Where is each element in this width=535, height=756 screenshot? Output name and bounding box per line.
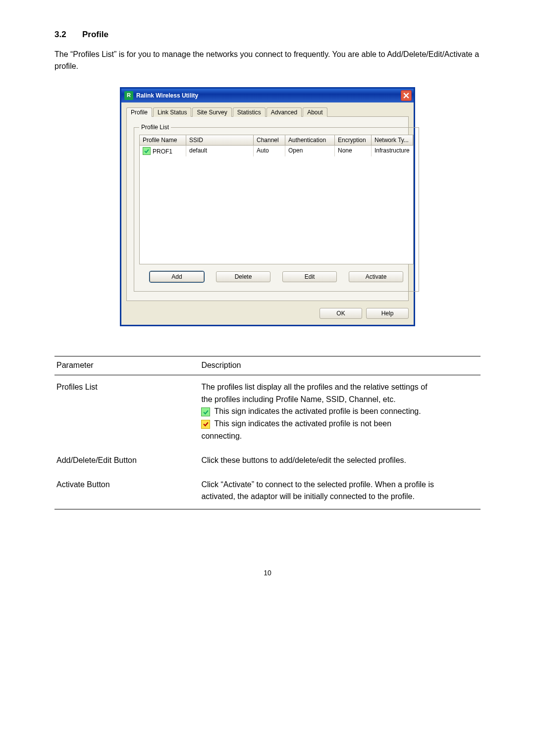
col-profile-name[interactable]: Profile Name	[140, 135, 186, 146]
titlebar: R Ralink Wireless Utility	[121, 89, 414, 102]
section-heading: 3.2Profile	[54, 30, 481, 40]
add-button[interactable]: Add	[150, 271, 204, 282]
close-icon	[403, 93, 409, 99]
desc-add-delete-edit: Click these buttons to add/delete/edit t…	[199, 449, 481, 473]
edit-button[interactable]: Edit	[282, 271, 337, 282]
row-network-type: Infrastructure	[372, 146, 413, 156]
col-ssid[interactable]: SSID	[186, 135, 254, 146]
param-add-delete-edit: Add/Delete/Edit Button	[54, 449, 199, 473]
check-icon	[143, 147, 151, 155]
tab-site-survey[interactable]: Site Survey	[192, 107, 231, 117]
col-authentication[interactable]: Authentication	[285, 135, 335, 146]
tab-profile[interactable]: Profile	[126, 107, 152, 117]
listview-header: Profile Name SSID Channel Authentication…	[140, 135, 413, 146]
desc-profiles-list: The profiles list display all the profil…	[199, 375, 481, 448]
tab-about[interactable]: About	[303, 107, 327, 117]
intro-text: The “Profiles List” is for you to manage…	[54, 49, 481, 72]
parameter-table: Parameter Description Profiles List The …	[54, 356, 481, 509]
ok-button[interactable]: OK	[320, 308, 362, 319]
row-ssid: default	[186, 146, 254, 156]
row-profile-name: PROF1	[153, 148, 172, 155]
activate-button[interactable]: Activate	[349, 271, 403, 282]
ralink-utility-dialog: R Ralink Wireless Utility Profile Link S…	[120, 87, 415, 326]
tab-link-status[interactable]: Link Status	[153, 107, 191, 117]
check-green-icon	[201, 407, 210, 416]
row-channel: Auto	[254, 146, 285, 156]
app-icon: R	[124, 91, 133, 100]
check-yellow-icon	[201, 420, 210, 429]
param-activate: Activate Button	[54, 473, 199, 509]
row-encryption: None	[335, 146, 372, 156]
tab-bar: Profile Link Status Site Survey Statisti…	[126, 107, 409, 117]
profile-list-group: Profile List Profile Name SSID Channel A…	[134, 124, 419, 292]
profile-listview[interactable]: Profile Name SSID Channel Authentication…	[139, 135, 414, 264]
header-parameter: Parameter	[54, 356, 199, 375]
col-encryption[interactable]: Encryption	[335, 135, 372, 146]
tab-advanced[interactable]: Advanced	[267, 107, 302, 117]
header-description: Description	[199, 356, 481, 375]
delete-button[interactable]: Delete	[216, 271, 270, 282]
tab-statistics[interactable]: Statistics	[233, 107, 266, 117]
col-network-type[interactable]: Network Ty...	[372, 135, 413, 146]
close-button[interactable]	[401, 90, 412, 101]
param-profiles-list: Profiles List	[54, 375, 199, 448]
section-number: 3.2	[54, 30, 82, 40]
profile-list-legend: Profile List	[139, 124, 171, 131]
desc-activate: Click “Activate” to connect to the selec…	[199, 473, 481, 509]
row-authentication: Open	[285, 146, 335, 156]
window-title: Ralink Wireless Utility	[136, 92, 198, 99]
page-number: 10	[54, 569, 481, 577]
list-item[interactable]: PROF1 default Auto Open None Infrastruct…	[140, 146, 413, 156]
help-button[interactable]: Help	[366, 308, 409, 319]
col-channel[interactable]: Channel	[254, 135, 285, 146]
section-title: Profile	[82, 30, 108, 39]
